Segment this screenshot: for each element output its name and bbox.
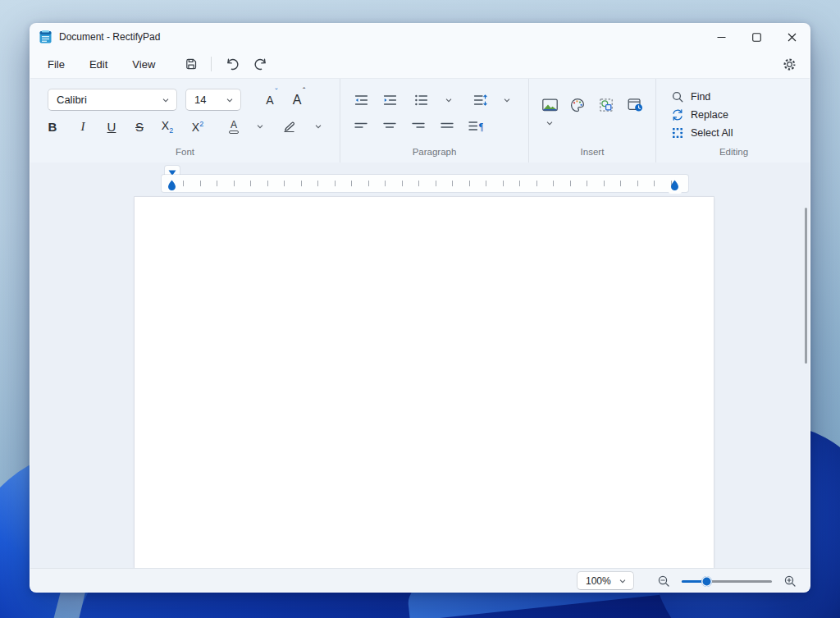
close-button[interactable] [774,24,810,50]
font-family-combobox[interactable]: Calibri [48,89,177,111]
font-color-dropdown[interactable] [251,115,269,138]
settings-button[interactable] [777,53,801,75]
bullet-list-button[interactable] [409,89,433,112]
ruler-tick [250,181,251,186]
menu-view[interactable]: View [120,54,167,75]
insert-group: Insert [528,79,655,163]
chevron-down-icon [546,119,554,127]
paragraph-mark-icon: ¶ [468,120,483,133]
shrink-font-button[interactable]: Aˇ [258,89,282,111]
insert-group-label: Insert [529,147,655,157]
ruler-tick [587,181,587,186]
zoom-in-button[interactable] [780,571,800,591]
redo-icon [253,57,269,72]
align-right-icon [411,121,426,132]
line-spacing-dropdown[interactable] [498,89,516,112]
svg-text:¶: ¶ [478,121,483,133]
redo-button[interactable] [249,53,273,75]
bold-icon: B [48,120,57,134]
ruler-tick [267,181,268,186]
justify-button[interactable] [435,115,459,138]
insert-picture-button[interactable] [537,94,562,117]
editing-group: Find Replace Select All Editin [655,79,810,163]
increase-indent-button[interactable] [377,89,402,112]
align-right-button[interactable] [406,115,431,138]
find-label: Find [691,91,710,103]
superscript-button[interactable]: X2 [185,115,210,138]
italic-button[interactable]: I [71,115,95,138]
font-color-button[interactable]: A [221,115,246,138]
ruler-tick [368,181,369,186]
insert-picture-dropdown[interactable] [541,117,559,130]
font-group-label: Font [30,147,340,157]
line-spacing-button[interactable] [468,89,492,112]
undo-icon [224,57,240,72]
ruler-tick [436,181,436,186]
zoom-slider-thumb[interactable] [701,576,712,587]
bullet-list-dropdown[interactable] [440,89,458,112]
zoom-level-combobox[interactable]: 100% [577,571,634,590]
right-indent-marker[interactable] [670,180,679,191]
grow-font-button[interactable]: Aˆ [285,89,309,111]
ruler-tick [234,181,235,186]
insert-drawing-button[interactable] [565,94,590,117]
window-controls [704,24,810,50]
select-all-button[interactable]: Select All [666,124,737,142]
ruler-tick [503,181,504,186]
chevron-down-icon [162,96,170,104]
grow-font-icon: Aˆ [293,93,302,108]
ruler-tick [604,181,605,186]
subscript-button[interactable]: X2 [155,115,180,138]
document-page[interactable] [135,197,714,568]
menu-edit[interactable]: Edit [77,54,120,75]
ruler-tick [637,181,638,186]
document-area [30,163,810,568]
paragraph-group: ¶ Paragraph [340,79,528,163]
zoom-slider[interactable] [682,571,772,591]
ruler-tick [284,181,285,186]
undo-button[interactable] [219,53,244,75]
statusbar: 100% [30,568,810,593]
gear-icon [783,57,797,71]
font-size-combobox[interactable]: 14 [185,89,241,111]
select-all-label: Select All [691,127,733,139]
chevron-down-icon [314,122,322,130]
highlight-button[interactable] [277,115,302,138]
menu-separator [211,57,212,71]
ruler-tick [200,181,201,186]
insert-objects-button[interactable] [594,94,619,117]
insert-datetime-button[interactable] [623,94,647,117]
decrease-indent-button[interactable] [349,89,373,112]
maximize-button[interactable] [739,24,774,50]
zoom-out-button[interactable] [654,571,673,591]
bold-button[interactable]: B [40,115,65,138]
superscript-icon: X2 [192,120,203,134]
align-center-button[interactable] [377,115,402,138]
bullet-list-icon [413,94,429,107]
find-button[interactable]: Find [666,88,715,106]
underline-button[interactable]: U [99,115,124,138]
ruler[interactable] [162,175,688,192]
minimize-button[interactable] [704,24,739,50]
vertical-scrollbar-thumb[interactable] [805,208,807,364]
ribbon: Calibri 14 Aˇ Aˆ B I U S [30,78,810,163]
menu-file[interactable]: File [35,54,77,75]
strikethrough-button[interactable]: S [127,115,152,138]
save-button[interactable] [179,53,203,75]
ruler-tick [452,181,453,186]
font-group: Calibri 14 Aˇ Aˆ B I U S [30,79,340,163]
ruler-tick [570,181,571,186]
minimize-icon [717,33,726,42]
chevron-down-icon [256,122,264,130]
left-indent-marker[interactable] [167,180,176,191]
ruler-tick [486,181,486,186]
highlight-dropdown[interactable] [309,115,327,138]
align-left-button[interactable] [349,115,373,138]
paragraph-direction-button[interactable]: ¶ [463,115,487,138]
date-time-icon [627,97,644,113]
menubar: File Edit View [30,50,810,78]
chevron-down-icon [226,96,234,104]
replace-button[interactable]: Replace [666,106,733,124]
replace-label: Replace [691,109,728,121]
highlighter-icon [281,118,298,135]
